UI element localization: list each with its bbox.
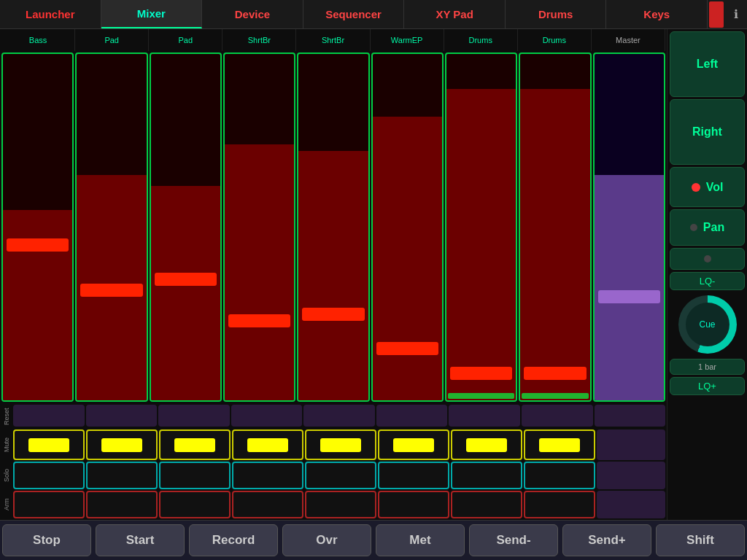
fader-drums2[interactable]	[519, 52, 591, 402]
solo-btn-2[interactable]	[86, 462, 158, 489]
fader-warmep[interactable]	[371, 52, 444, 402]
vol-indicator	[692, 183, 700, 192]
mute-label: Mute	[1, 429, 12, 460]
channel-strip-pad1	[75, 52, 147, 402]
solo-btn-master[interactable]	[597, 462, 665, 489]
knob-area: LQ- Cue 1 bar LQ+	[670, 272, 745, 518]
stop-button[interactable]: Stop	[2, 524, 91, 556]
arm-btn-5[interactable]	[305, 491, 376, 518]
mute-btn-3[interactable]	[159, 429, 231, 460]
ch-label-master: Master	[592, 29, 665, 51]
met-button[interactable]: Met	[376, 524, 465, 556]
fader-area	[0, 51, 667, 403]
channel-label-row: Bass Pad Pad ShrtBr ShrtBr WarmEP Drums …	[1, 29, 665, 51]
fader-shrtbr2[interactable]	[297, 52, 369, 402]
one-bar-label: 1 bar	[670, 359, 745, 375]
reset-btn-4[interactable]	[231, 405, 303, 427]
fader-drums1[interactable]	[445, 52, 517, 402]
channel-strip-bass	[1, 52, 74, 402]
solo-btn-1[interactable]	[13, 462, 85, 489]
channel-strip-warmep	[371, 52, 444, 402]
channel-buttons: Reset Mute	[0, 403, 667, 520]
arm-btn-8[interactable]	[524, 491, 595, 518]
main-area: Bass Pad Pad ShrtBr ShrtBr WarmEP Drums …	[0, 29, 747, 520]
fader-master[interactable]	[593, 52, 665, 402]
solo-btn-3[interactable]	[159, 462, 231, 489]
solo-btn-8[interactable]	[524, 462, 595, 489]
arm-btn-3[interactable]	[159, 491, 231, 518]
tab-xypad[interactable]: XY Pad	[404, 0, 506, 28]
reset-btn-7[interactable]	[449, 405, 520, 427]
empty-dot	[704, 255, 711, 262]
reset-btn-3[interactable]	[158, 405, 230, 427]
lq-minus-button[interactable]: LQ-	[670, 272, 745, 290]
send-plus-button[interactable]: Send+	[562, 524, 651, 556]
tab-keys[interactable]: Keys	[606, 0, 708, 28]
tab-launcher[interactable]: Launcher	[0, 0, 101, 28]
send-minus-button[interactable]: Send-	[469, 524, 558, 556]
pan-label: Pan	[703, 221, 724, 234]
fader-pad1[interactable]	[75, 52, 147, 402]
channel-strip-drums1	[445, 52, 517, 402]
solo-label: Solo	[1, 462, 12, 489]
reset-btn-2[interactable]	[86, 405, 158, 427]
ch-label-pad2: Pad	[149, 29, 222, 51]
tab-drums[interactable]: Drums	[506, 0, 607, 28]
arm-label: Arm	[1, 491, 12, 518]
mute-btn-5[interactable]	[305, 429, 376, 460]
arm-btn-master[interactable]	[597, 491, 665, 518]
left-button[interactable]: Left	[670, 31, 745, 97]
ovr-button[interactable]: Ovr	[282, 524, 371, 556]
ch-label-warmep: WarmEP	[371, 29, 444, 51]
solo-btn-7[interactable]	[451, 462, 522, 489]
reset-btn-master[interactable]	[595, 405, 666, 427]
mute-btn-7[interactable]	[451, 429, 522, 460]
right-button[interactable]: Right	[670, 99, 745, 165]
reset-btn-6[interactable]	[376, 405, 448, 427]
reset-btn-1[interactable]	[13, 405, 85, 427]
arm-row: Arm	[1, 491, 665, 518]
arm-btn-1[interactable]	[13, 491, 85, 518]
channel-strip-pad2	[150, 52, 222, 402]
tab-sequencer[interactable]: Sequencer	[303, 0, 405, 28]
ch-label-shrtbr1: ShrtBr	[222, 29, 296, 51]
solo-btn-4[interactable]	[232, 462, 303, 489]
reset-btn-5[interactable]	[303, 405, 375, 427]
arm-btn-2[interactable]	[86, 491, 158, 518]
start-button[interactable]: Start	[96, 524, 185, 556]
mute-btn-8[interactable]	[524, 429, 595, 460]
info-button[interactable]: ℹ	[725, 7, 747, 21]
arm-btn-7[interactable]	[451, 491, 522, 518]
mixer-area: Bass Pad Pad ShrtBr ShrtBr WarmEP Drums …	[0, 29, 667, 520]
lq-plus-button[interactable]: LQ+	[670, 377, 745, 395]
fader-bass[interactable]	[1, 52, 74, 402]
vol-button[interactable]: Vol	[670, 167, 745, 207]
fader-shrtbr1[interactable]	[223, 52, 295, 402]
reset-row: Reset	[1, 405, 665, 428]
tab-mixer[interactable]: Mixer	[101, 0, 203, 28]
reset-label: Reset	[1, 405, 12, 428]
channel-strip-master	[593, 52, 665, 402]
solo-row: Solo	[1, 462, 665, 489]
mute-btn-4[interactable]	[232, 429, 303, 460]
solo-btn-6[interactable]	[378, 462, 449, 489]
mute-btn-2[interactable]	[86, 429, 158, 460]
mute-btn-master[interactable]	[597, 429, 665, 460]
pan-indicator	[690, 224, 697, 231]
right-panel: Left Right Vol Pan LQ- Cue 1 bar LQ+	[667, 29, 747, 520]
cue-knob[interactable]: Cue	[678, 295, 737, 354]
arm-btn-6[interactable]	[378, 491, 449, 518]
mute-btn-6[interactable]	[378, 429, 449, 460]
tab-device[interactable]: Device	[202, 0, 303, 28]
channel-strip-shrtbr1	[223, 52, 295, 402]
mute-btn-1[interactable]	[13, 429, 85, 460]
shift-button[interactable]: Shift	[656, 524, 745, 556]
reset-btn-8[interactable]	[522, 405, 593, 427]
solo-btn-5[interactable]	[305, 462, 376, 489]
record-button[interactable]: Record	[189, 524, 278, 556]
pan-button[interactable]: Pan	[670, 209, 745, 246]
ch-label-shrtbr2: ShrtBr	[296, 29, 370, 51]
fader-pad2[interactable]	[150, 52, 222, 402]
ch-label-bass: Bass	[1, 29, 75, 51]
arm-btn-4[interactable]	[232, 491, 303, 518]
